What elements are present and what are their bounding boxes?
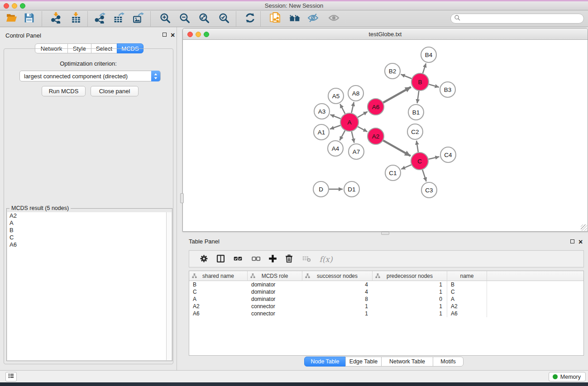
zoom-in-button[interactable] (158, 12, 172, 25)
graph-edge[interactable] (422, 170, 426, 181)
table-row[interactable]: A2connector11A2 (189, 303, 583, 310)
graph-edge[interactable] (401, 165, 411, 169)
zoom-out-icon (179, 12, 190, 25)
import-network-button[interactable] (49, 12, 62, 25)
mcds-result-scrollbar[interactable] (166, 212, 172, 360)
search-box[interactable] (450, 14, 584, 24)
export-image-button[interactable] (131, 12, 145, 25)
mcds-result-item[interactable]: B (7, 227, 166, 234)
graph-edge[interactable] (351, 102, 354, 113)
close-table-panel-icon[interactable]: × (578, 239, 583, 245)
graph-edge[interactable] (358, 112, 368, 118)
toolbar-separator (260, 11, 261, 26)
graph-node-label: A8 (352, 90, 360, 97)
table-row[interactable]: Adominator80A (189, 295, 583, 303)
splitter-handle-horizontal[interactable] (381, 232, 389, 235)
deselect-all-columns-button[interactable] (250, 254, 261, 265)
toggle-graphics-details-button[interactable] (306, 12, 320, 25)
graph-edge[interactable] (383, 87, 411, 102)
open-session-button[interactable] (5, 12, 18, 25)
graph-edge[interactable] (423, 63, 426, 73)
network-canvas[interactable]: B4B2BB3A8A5A6A3B1AC2A1A2A4A7C4CC1C3DD1 (183, 40, 588, 231)
tab-motifs[interactable]: Motifs (433, 357, 464, 367)
mcds-result-item[interactable]: C (7, 234, 166, 241)
graph-node-label: A4 (332, 145, 339, 152)
show-all-panels-button[interactable] (288, 12, 301, 25)
table-cell: 1 (373, 281, 447, 288)
tab-edge-table[interactable]: Edge Table (345, 357, 382, 367)
zoom-selected-button[interactable] (217, 12, 230, 25)
shared-column-icon (192, 273, 197, 280)
graph-edge[interactable] (429, 157, 440, 159)
apply-layout-button[interactable] (243, 12, 257, 25)
birds-eye-view-button[interactable] (327, 12, 340, 25)
memory-button[interactable]: Memory (549, 372, 586, 381)
table-panel-title: Table Panel (189, 238, 220, 245)
main-toolbar (0, 10, 588, 27)
shared-column-icon (375, 273, 380, 280)
mcds-result-item[interactable]: A2 (7, 212, 166, 219)
graph-edge[interactable] (416, 141, 418, 152)
show-column-panel-button[interactable] (215, 254, 226, 265)
mcds-result-item[interactable]: A6 (7, 241, 166, 248)
column-header-successor-nodes[interactable]: successor nodes (302, 271, 373, 281)
delete-column-button[interactable] (283, 254, 294, 265)
graph-edge[interactable] (358, 127, 368, 132)
table-row[interactable]: Bdominator41B (189, 281, 583, 288)
zoom-out-button[interactable] (177, 12, 191, 25)
status-bar: Memory (0, 370, 588, 382)
graph-edge[interactable] (330, 114, 341, 119)
float-panel-icon[interactable] (163, 33, 167, 37)
table-row[interactable]: A6connector11A6 (189, 310, 583, 317)
column-header-name[interactable]: name (447, 271, 487, 281)
graph-edge[interactable] (429, 84, 439, 87)
graph-edge[interactable] (330, 125, 340, 129)
splitter-handle-vertical[interactable] (180, 193, 184, 203)
delete-table-button[interactable] (301, 254, 312, 265)
run-mcds-button[interactable]: Run MCDS (42, 86, 86, 96)
window-resize-grip[interactable] (581, 224, 587, 231)
column-header-predecessor-nodes[interactable]: predecessor nodes (373, 271, 447, 281)
network-from-file-button[interactable] (268, 12, 282, 25)
close-panel-icon[interactable]: × (171, 33, 175, 38)
close-panel-button[interactable]: Close panel (91, 86, 139, 96)
table-cell: 8 (302, 295, 373, 303)
table-cell: A (447, 295, 487, 303)
task-history-button[interactable] (5, 372, 17, 381)
zoom-fit-button[interactable] (197, 12, 210, 25)
graph-node-label: D (319, 186, 323, 193)
network-window-titlebar[interactable]: testGlobe.txt (183, 29, 588, 40)
graph-edge[interactable] (340, 104, 345, 114)
table-settings-button[interactable] (198, 254, 209, 265)
save-session-button[interactable] (22, 12, 36, 25)
column-header-mcds-role[interactable]: MCDS role (248, 271, 302, 281)
tab-node-table[interactable]: Node Table (304, 357, 346, 367)
select-all-columns-button[interactable] (232, 254, 243, 265)
float-table-panel-icon[interactable] (570, 239, 574, 243)
graph-node-label: C2 (411, 129, 419, 135)
table-cell: A2 (189, 303, 248, 310)
table-cell: B (189, 281, 248, 288)
import-table-button[interactable] (69, 12, 82, 25)
mcds-result-list: A2ABCA6 (7, 212, 166, 360)
graph-edge[interactable] (417, 91, 419, 103)
table-cell: 1 (373, 310, 447, 317)
column-header-shared-name[interactable]: shared name (189, 271, 248, 281)
tab-network-table[interactable]: Network Table (381, 357, 433, 367)
toolbar-separator (150, 11, 151, 26)
graph-edge[interactable] (352, 131, 354, 143)
toolbar-separator (236, 11, 236, 26)
toolbar-separator (87, 11, 88, 26)
graph-edge[interactable] (339, 131, 345, 141)
graph-edge[interactable] (401, 74, 412, 78)
export-table-button[interactable] (112, 12, 125, 25)
search-input[interactable] (460, 15, 574, 22)
refresh-icon (244, 12, 256, 25)
criterion-dropdown[interactable]: largest connected component (directed) (19, 71, 161, 81)
mcds-result-item[interactable]: A (7, 219, 166, 227)
graph-edge[interactable] (383, 140, 411, 156)
function-builder-button[interactable]: f(x) (317, 254, 335, 265)
table-row[interactable]: Cdominator41C (189, 288, 583, 295)
export-network-button[interactable] (93, 12, 106, 25)
add-column-button[interactable] (267, 254, 278, 265)
